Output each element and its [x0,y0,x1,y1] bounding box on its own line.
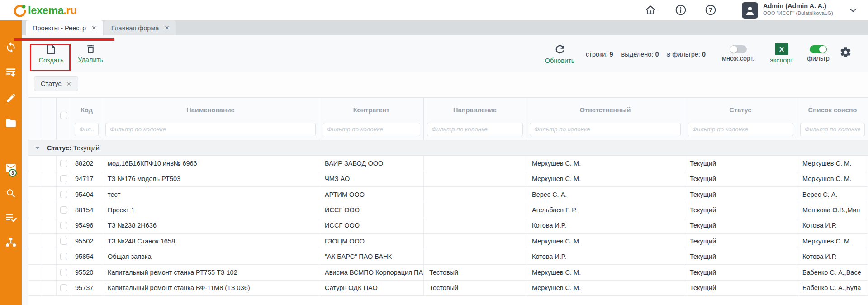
column-header-label[interactable]: Статус [684,98,797,123]
cell-expander [28,156,42,171]
cell-direction [424,187,526,202]
delete-button[interactable]: Удалить [71,43,109,63]
column-filter-input[interactable] [688,123,793,136]
filter-label: фильтр [807,55,830,62]
svg-text:?: ? [709,6,713,14]
folder-icon [5,117,17,129]
sidebar-item-search[interactable] [0,187,22,199]
column-filter-input[interactable] [323,123,420,136]
sidebar-item-tasks[interactable] [0,212,22,224]
cell-direction [424,171,526,186]
column-header-label[interactable]: Код [71,98,102,123]
cell-co-list: Меркушев С. М. [797,171,868,186]
cell-code: 95737 [71,281,102,296]
row-checkbox[interactable] [60,206,67,214]
filter-toggle[interactable] [810,45,827,53]
row-checkbox[interactable] [60,191,67,198]
cell-spacer [42,187,57,202]
sidebar-item-edit[interactable] [0,92,22,104]
cell-code: 95854 [71,249,102,265]
cell-code: 95404 [71,187,102,202]
home-icon[interactable] [645,4,656,16]
column-header-label[interactable]: Ответственный [526,98,684,123]
select-all-checkbox[interactable] [60,112,67,119]
cell-name: Проект 1 [102,202,319,218]
cell-contragent: Сатурн ОДК ПАО [319,281,424,296]
sidebar-item-sync[interactable] [0,42,22,53]
info-icon[interactable] [675,4,687,16]
cell-spacer [42,156,57,171]
tab-main-form[interactable]: Главная форма ✕ [104,20,176,35]
header-spacer-column [42,98,57,140]
cell-code: 95520 [71,265,102,280]
cell-checkbox [57,234,71,249]
tab-projects-registry[interactable]: Проекты - Реестр ✕ [26,20,103,35]
cell-name: мод.16Б16КПФ10 инв№ 6966 [102,156,319,171]
table-row[interactable]: 88154Проект 1ИССГ ОООАгельбаев Г. Р.Теку… [28,202,868,218]
cell-status: Текущий [684,281,797,296]
table-row[interactable]: 95502ТЗ №248 Станок 1658ГЗОЦМ ОООМеркуше… [28,234,868,249]
print-queue-icon [5,67,17,78]
export-button[interactable]: X экспорт [768,43,796,64]
cell-name: Капитальный ремонт станка ВФ-11М8 (ТЗ 03… [102,281,319,296]
left-sidebar: 3 [0,20,22,305]
column-header-label[interactable]: Контрагент [319,98,423,123]
table-row[interactable]: 95737Капитальный ремонт станка ВФ-11М8 (… [28,281,868,296]
table-row[interactable]: 95496ТЗ №238 2Н636ИССГ ОООКотова И.Р.Тек… [28,218,868,234]
grid-counters: строки:9 выделено:0 в фильтре:0 [586,51,706,58]
cell-status: Текущий [684,249,797,265]
row-checkbox[interactable] [60,238,67,245]
collapse-triangle-icon[interactable] [35,147,40,149]
table-row[interactable]: 88202мод.16Б16КПФ10 инв№ 6966ВАИР ЗАВОД … [28,156,868,171]
refresh-button[interactable]: Обновить [536,43,583,64]
chevron-down-icon[interactable] [849,7,857,14]
group-row-status[interactable]: Статус: Текущий [28,140,868,156]
cell-direction [424,234,526,249]
cell-expander [28,187,42,202]
row-checkbox[interactable] [60,160,67,167]
hierarchy-icon [5,237,17,248]
table-row[interactable]: 95854Общая заявка"АК БАРС" ПАО БАНККотов… [28,249,868,265]
sidebar-item-mail[interactable]: 3 [0,162,22,174]
filter-chip-status[interactable]: Статус ✕ [34,76,78,91]
column-filter-input[interactable] [800,123,865,136]
brand-logo[interactable]: lexema.ru [13,3,77,18]
cell-spacer [42,249,57,265]
settings-gear-icon[interactable] [840,46,852,58]
cell-contragent: ИССГ ООО [319,202,424,218]
cell-name: тест [102,187,319,202]
table-row[interactable]: 94717ТЗ №176 модель РТ503ЧМЗ АОМеркушев … [28,171,868,186]
column-filter-input[interactable] [530,123,681,136]
remove-filter-icon[interactable]: ✕ [66,81,71,87]
close-tab-icon[interactable]: ✕ [164,24,169,31]
sidebar-item-documents[interactable] [0,117,22,129]
excel-icon: X [775,43,788,55]
column-header-label[interactable]: Наименование [102,98,319,123]
row-checkbox[interactable] [60,222,67,229]
user-menu[interactable]: Admin (Admin A. A.) ООО "ИССГ" (Bulatnik… [763,2,847,16]
cell-contragent: АРТИМ ООО [319,187,424,202]
user-avatar[interactable] [742,2,758,19]
close-tab-icon[interactable]: ✕ [91,24,96,31]
cell-responsible: Агельбаев Г. Р. [526,202,684,218]
refresh-button-label: Обновить [545,57,575,64]
cell-responsible: Верес С. А. [526,187,684,202]
column-filter-input[interactable] [427,123,523,136]
column-header-label[interactable]: Направление [424,98,526,123]
row-checkbox[interactable] [60,253,67,260]
column-header-label[interactable]: Список соиспо [797,98,868,123]
sidebar-item-hierarchy[interactable] [0,237,22,248]
sidebar-item-print-queue[interactable] [0,67,22,78]
multisort-toggle[interactable] [730,45,747,53]
column-filter-input[interactable] [75,123,99,136]
cell-direction [424,218,526,234]
table-row[interactable]: 95520Капитальный ремонт станка РТ755 ТЗ … [28,265,868,280]
cell-co-list: Мешкова О.В.,Мин [797,202,868,218]
help-icon[interactable]: ? [705,4,716,16]
row-checkbox[interactable] [60,175,67,182]
row-checkbox[interactable] [60,269,67,276]
column-filter-input[interactable] [105,123,316,136]
row-checkbox[interactable] [60,284,67,291]
table-row[interactable]: 95404тестАРТИМ ОООВерес С. А.ТекущийВере… [28,187,868,202]
cell-expander [28,281,42,296]
